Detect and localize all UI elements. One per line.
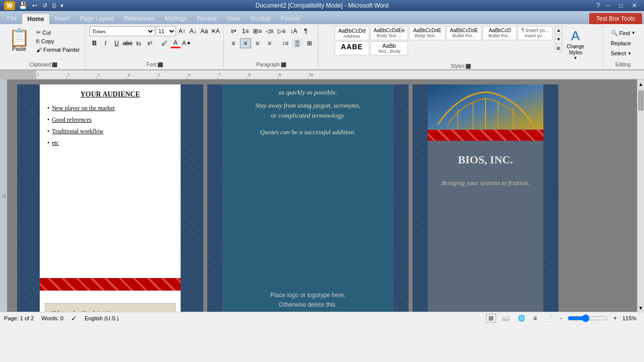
align-left-button[interactable]: ≡ — [228, 38, 239, 48]
format-painter-button[interactable]: 🖌 Format Painter — [34, 46, 82, 54]
style-normal[interactable]: AABE — [335, 41, 369, 55]
full-reading-button[interactable]: 📖 — [500, 314, 512, 322]
maximize-button[interactable]: □ — [616, 2, 626, 9]
find-dropdown-icon[interactable]: ▼ — [631, 31, 635, 35]
tab-format[interactable]: Format — [276, 13, 305, 24]
justify-button[interactable]: ≡ — [264, 38, 275, 48]
tab-file[interactable]: File — [2, 13, 22, 24]
style-insert[interactable]: ¶ Insert yo... Insert yo... — [518, 26, 552, 40]
scroll-thumb[interactable] — [638, 90, 643, 111]
save-icon[interactable]: 💾 — [17, 2, 29, 10]
styles-scroll-up-button[interactable]: ▲ — [554, 26, 562, 34]
tab-insert[interactable]: Insert — [50, 13, 75, 24]
vertical-scrollbar[interactable]: ▲ ▼ — [637, 79, 644, 312]
left-panel-toggle[interactable]: ◁ — [0, 79, 7, 312]
outline-button[interactable]: ≡ — [531, 314, 539, 322]
paragraph-expand-icon[interactable]: ⬛ — [281, 62, 286, 67]
line-spacing-button[interactable]: ↕≡ — [280, 38, 291, 48]
change-styles-dropdown-icon[interactable]: ▼ — [574, 56, 578, 60]
print-layout-button[interactable]: ⊞ — [486, 314, 496, 323]
find-button[interactable]: 🔍 Find ▼ — [607, 28, 639, 38]
zoom-level[interactable]: 115% — [622, 315, 640, 321]
subscript-button[interactable]: x₂ — [134, 38, 144, 48]
underline-button[interactable]: U — [112, 38, 122, 48]
styles-expand-icon[interactable]: ⬛ — [465, 64, 471, 69]
font-expand-icon[interactable]: ⬛ — [157, 62, 163, 67]
select-dropdown-icon[interactable]: ▼ — [627, 51, 631, 56]
font-name-select[interactable]: Times — [90, 26, 155, 36]
style-address[interactable]: AaBbCcDd Address — [335, 26, 369, 40]
font-color-button[interactable]: A — [171, 38, 181, 48]
tab-references[interactable]: References — [119, 13, 159, 24]
show-formatting-button[interactable]: ¶ — [300, 26, 311, 36]
style-bullet-1[interactable]: AaBbCcDdE Bullet Poi... — [446, 26, 481, 40]
scroll-down-button[interactable]: ▼ — [637, 304, 644, 312]
clipboard-group-label: Clipboard ⬛ — [29, 62, 57, 67]
highlight-color-button[interactable]: 🖊 — [159, 38, 170, 48]
bullets-button[interactable]: ≡• — [228, 26, 239, 36]
office-button[interactable]: W — [4, 1, 15, 10]
tab-review[interactable]: Review — [192, 13, 221, 24]
clear-format-button[interactable]: ✕A — [210, 26, 220, 36]
align-center-button[interactable]: ≡ — [240, 38, 251, 48]
language-indicator[interactable]: English (U.S.) — [85, 315, 119, 321]
sort-button[interactable]: ↕A — [288, 26, 299, 36]
styles-more-button[interactable]: ⊞ — [554, 44, 562, 52]
red-stripe-panel3 — [428, 130, 543, 141]
copy-icon: ⎘ — [36, 38, 40, 44]
paragraph-group-label: Paragraph ⬛ — [256, 62, 286, 67]
tab-home[interactable]: Home — [22, 13, 49, 24]
bold-button[interactable]: B — [90, 38, 100, 48]
copy-button[interactable]: ⎘ Copy — [34, 37, 82, 45]
ruler: 1 2 3 4 5 6 7 8 9 10 — [0, 70, 644, 79]
close-button[interactable]: ✕ — [629, 2, 640, 9]
redo-icon[interactable]: ↺ — [41, 2, 49, 9]
increase-font-button[interactable]: A↑ — [177, 26, 187, 36]
change-styles-button[interactable]: A ChangeStyles ▼ — [564, 26, 587, 62]
find-icon: 🔍 — [611, 30, 618, 36]
tab-acrobat[interactable]: Acrobat — [245, 13, 276, 24]
tab-mailings[interactable]: Mailings — [159, 13, 192, 24]
superscript-button[interactable]: x² — [145, 38, 155, 48]
bullet-item-3: • Traditional workflow — [40, 126, 181, 137]
select-button[interactable]: Select ▼ — [607, 49, 635, 58]
numbering-button[interactable]: 1≡ — [240, 26, 251, 36]
dropdown-icon[interactable]: ▼ — [59, 3, 64, 9]
multilevel-list-button[interactable]: ⊞≡ — [252, 26, 263, 36]
zoom-out-button[interactable]: - — [558, 315, 564, 322]
zoom-in-button[interactable]: + — [612, 315, 618, 322]
draft-button[interactable]: 📄 — [543, 314, 554, 322]
paste-button[interactable]: 📋 Paste — [5, 26, 33, 54]
replace-button[interactable]: Replace — [607, 39, 634, 48]
italic-button[interactable]: I — [101, 38, 111, 48]
styles-scroll-down-button[interactable]: ▼ — [554, 35, 562, 43]
style-body-text-1[interactable]: AaBbCcDdEe Body Text ... — [370, 26, 409, 40]
decrease-indent-button[interactable]: ◁≡ — [264, 26, 275, 36]
text-effects-button[interactable]: A✦ — [182, 38, 192, 48]
clipboard-expand-icon[interactable]: ⬛ — [52, 62, 57, 67]
zoom-slider[interactable] — [568, 315, 608, 321]
border-button[interactable]: ⊞ — [304, 38, 315, 48]
style-text-body[interactable]: AaBb Text , Body — [370, 41, 409, 55]
tab-view[interactable]: View — [222, 13, 245, 24]
scroll-up-button[interactable]: ▲ — [637, 80, 644, 88]
font-size-select[interactable]: 11 — [156, 26, 176, 36]
tab-page-layout[interactable]: Page Layout — [75, 13, 119, 24]
help-icon[interactable]: ? — [597, 2, 600, 9]
align-right-button[interactable]: ≡ — [252, 38, 263, 48]
decrease-font-button[interactable]: A↓ — [188, 26, 198, 36]
shading-button[interactable]: ▒ — [292, 38, 303, 48]
undo-icon[interactable]: ↩ — [31, 2, 39, 9]
minimize-button[interactable]: ─ — [603, 2, 613, 9]
format-painter-icon: 🖌 — [36, 47, 42, 53]
print-icon[interactable]: ⎙ — [51, 2, 57, 9]
style-bullet-2[interactable]: AaBbCcD Bullet Poi... — [482, 26, 517, 40]
increase-indent-button[interactable]: ▷≡ — [276, 26, 287, 36]
cut-button[interactable]: ✂ Cut — [34, 28, 82, 37]
text-box-tools-tab[interactable]: Text Box Tools — [589, 13, 642, 24]
change-case-button[interactable]: Aa — [199, 26, 209, 36]
web-layout-button[interactable]: 🌐 — [516, 314, 527, 322]
strikethrough-button[interactable]: abc — [123, 38, 133, 48]
style-body-text-2[interactable]: AaBbCcDdE Body Text ... — [409, 26, 445, 40]
spell-check-icon[interactable]: ✓ — [71, 314, 77, 322]
